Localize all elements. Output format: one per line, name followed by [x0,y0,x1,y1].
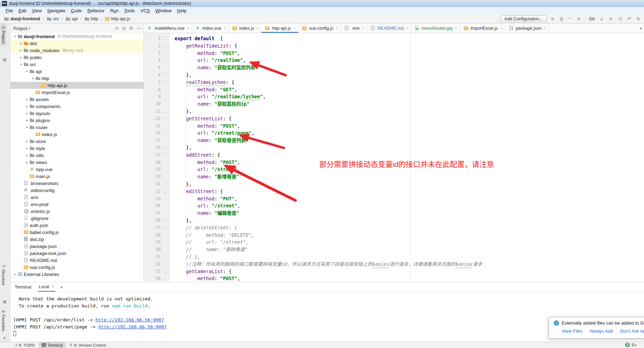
fold-marker[interactable] [164,44,167,47]
tab-http-api.js[interactable]: http-api.js× [261,24,299,33]
statusbar-terminal[interactable]: >_ Terminal [39,342,65,348]
menu-edit[interactable]: Edit [16,8,29,14]
fold-marker[interactable] [164,73,167,76]
tab-close-icon[interactable]: × [544,26,546,30]
add-configuration-button[interactable]: Add Configuration... [500,15,547,22]
tab-list-dropdown-icon[interactable]: ▼ [639,27,643,30]
tree-item[interactable]: ▸assets [10,96,144,103]
fold-marker[interactable] [164,219,167,222]
tab-close-icon[interactable]: × [224,26,226,30]
fold-marker[interactable] [164,37,167,40]
tree-item[interactable]: README.md [10,257,144,264]
fold-marker[interactable] [164,146,167,149]
tree-item[interactable]: package.json [10,243,144,250]
history-icon[interactable]: ◷ [617,16,623,21]
terminal-tab-close-icon[interactable]: ✕ [51,284,55,289]
tree-item[interactable]: .env [10,194,144,201]
event-log-indicator[interactable]: 2 Ev [625,342,636,347]
toolwindow-tab-favorites[interactable]: 2: Favorites [1,308,6,334]
menu-run[interactable]: Run [107,8,121,14]
chevron-icon[interactable]: ▾ [24,70,29,73]
favorites-star-icon[interactable]: ★ [3,336,6,340]
fold-marker[interactable] [164,80,167,84]
tree-item[interactable]: ▸store [10,138,144,145]
notification-action-link[interactable]: Don't Ask Again [620,328,644,334]
tab-vue.config.js[interactable]: vue.config.js× [299,24,341,33]
settings-gear-icon[interactable]: ⚙ [129,26,133,31]
git-update-icon[interactable]: ↙ [599,16,605,21]
debug-icon[interactable] [560,17,564,21]
breadcrumb-item[interactable]: src [46,16,60,22]
stop-icon[interactable]: ■ [576,16,582,21]
fold-marker[interactable] [164,270,167,273]
tree-item[interactable]: babel.config.js [10,229,144,236]
tree-item[interactable]: ▸views [10,159,144,166]
tree-item[interactable]: .editorconfig [10,187,144,194]
tab-close-icon[interactable]: × [455,26,457,30]
tree-item[interactable]: .gitignore [10,215,144,222]
tab-close-icon[interactable]: × [257,26,259,30]
statusbar-version-control[interactable]: ⇅ 9: Version Control [67,342,109,348]
tree-item[interactable]: .env.prod [10,201,144,208]
menu-navigate[interactable]: Navigate [44,8,68,14]
menu-view[interactable]: View [29,8,44,14]
run-with-coverage-icon[interactable]: ↷ [567,16,573,21]
chevron-icon[interactable]: ▸ [19,42,23,45]
tab-close-icon[interactable]: × [500,26,502,30]
fold-marker[interactable] [164,117,167,120]
new-terminal-icon[interactable]: + [60,284,63,290]
tree-item[interactable]: ▸utils [10,152,144,159]
tree-item[interactable]: ▸node_moduleslibrary root [10,47,144,54]
tab-importExcel.js[interactable]: importExcel.js× [460,24,505,33]
tab-close-icon[interactable]: × [362,26,364,30]
hide-panel-icon[interactable]: — [136,26,141,31]
fold-marker[interactable] [164,153,167,156]
tree-item[interactable]: ▸components [10,103,144,110]
breadcrumb-item[interactable]: http-api.js [104,16,131,22]
tree-item[interactable]: .browserslistrc [10,180,144,187]
notification-action-link[interactable]: View Files [562,328,582,334]
tree-item[interactable]: auth.json [10,222,144,229]
tab-.env[interactable]: .env× [341,24,367,33]
tab-close-icon[interactable]: × [187,26,189,30]
fold-marker[interactable] [164,182,167,185]
chevron-icon[interactable]: ▸ [24,98,29,101]
run-icon[interactable]: ▶ [551,16,556,21]
tree-item[interactable]: ▸dist [10,40,144,47]
fold-marker[interactable] [164,262,167,265]
editor-code-area[interactable]: 1export default {2 getRealTimeList: {3 m… [144,33,644,282]
locate-icon[interactable]: ⊙ [115,26,119,31]
clipped-toolbar-icon[interactable]: ↻ [636,16,641,21]
tab-README.md[interactable]: README.md× [367,24,411,33]
tree-item[interactable]: ▾api [10,68,144,75]
chevron-icon[interactable]: ▸ [24,105,29,108]
tab-close-icon[interactable]: × [294,26,296,30]
chevron-icon[interactable]: ▸ [19,49,23,52]
toolwindow-tab-structure[interactable]: 7: Structure [1,262,6,288]
tree-item[interactable]: ▾src [10,61,144,68]
breadcrumb-item[interactable]: api [64,16,79,22]
tree-item[interactable]: ▸layouts [10,110,144,117]
tree-item[interactable]: dist.zip [10,236,144,243]
tree-item[interactable]: main.js [10,173,144,180]
notification-action-link[interactable]: Always Add [589,328,613,334]
menu-window[interactable]: Window [153,8,174,14]
chevron-icon[interactable]: ▸ [19,56,23,59]
git-commit-icon[interactable]: ✔ [608,16,614,21]
tab-AsideMenu.vue[interactable]: AsideMenu.vue× [144,24,192,33]
chevron-icon[interactable]: ▸ [24,147,29,150]
chevron-icon[interactable]: ▾ [19,63,23,66]
tab-close-icon[interactable]: × [406,26,408,30]
tab-index.vue[interactable]: index.vue× [192,24,229,33]
terminal-tab-local[interactable]: Local ✕ [38,282,55,292]
tree-item[interactable]: .eslintrc.js [10,208,144,215]
tree-item[interactable]: ▾http [10,75,144,82]
chevron-icon[interactable]: ▸ [24,140,29,143]
tree-item[interactable]: ▸plugins [10,117,144,124]
tree-item[interactable]: http-api.js [10,82,144,89]
chevron-icon[interactable]: ▾ [30,77,35,80]
chevron-icon[interactable]: ▸ [24,112,29,115]
chevron-icon[interactable]: ▸ [24,154,29,157]
tab-index.js[interactable]: index.js× [229,24,262,33]
fold-marker[interactable] [164,226,167,229]
